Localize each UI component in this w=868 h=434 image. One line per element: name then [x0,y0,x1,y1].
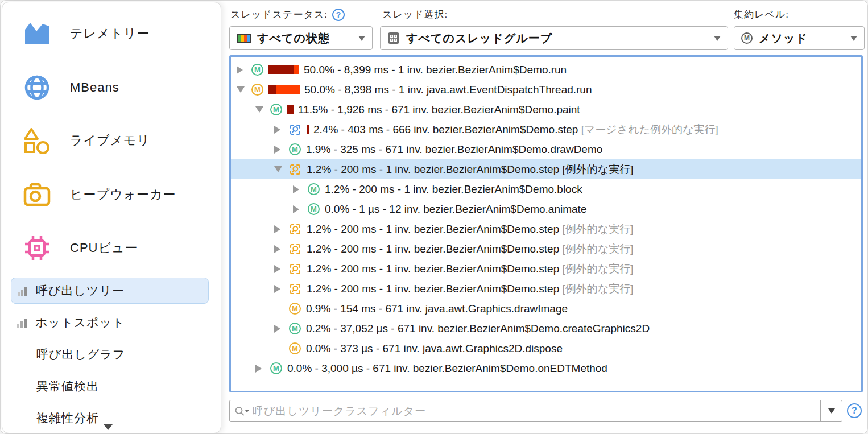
sidebar-item-cpu-views[interactable]: CPUビュー [11,232,209,264]
thread-status-help-icon[interactable]: ? [332,9,345,21]
sidebar-item-label: CPUビュー [70,239,138,257]
thread-group-icon [387,32,400,44]
thread-status-value: すべての状態 [257,31,352,46]
tree-row[interactable]: M11.5% - 1,926 ms - 671 inv. bezier.Bezi… [231,100,861,119]
exceptional-run-icon [289,283,301,295]
run-annotation: [例外的な実行] [563,223,634,235]
aggregation-level-value: メソッド [759,31,844,46]
search-icon [234,406,250,417]
thread-states-icon [237,34,251,43]
expand-arrow[interactable] [274,225,289,233]
expand-arrow[interactable] [274,265,289,273]
time-bar [287,105,294,114]
tree-node-label: 1.2% - 200 ms - 1 inv. bezier.BezierAnim… [307,162,634,177]
call-tree-panel: M50.0% - 8,399 ms - 1 inv. bezier.Bezier… [229,55,863,392]
tree-row[interactable]: 2.4% - 403 ms - 666 inv. bezier.BezierAn… [231,119,861,139]
expand-arrow[interactable] [293,185,308,193]
time-bar [268,65,299,74]
tree-row[interactable]: 1.2% - 200 ms - 1 inv. bezier.BezierAnim… [231,219,861,239]
method-icon: M [270,104,282,115]
call-tree: M50.0% - 8,399 ms - 1 inv. bezier.Bezier… [231,57,861,378]
chevron-down-icon [850,36,857,41]
time-bar [268,85,300,94]
class-filter-box [229,400,842,422]
tree-row[interactable]: 1.2% - 200 ms - 1 inv. bezier.BezierAnim… [231,259,861,279]
sidebar-item-live-memory[interactable]: ライブメモリ [11,125,209,156]
bar-chart-icon [17,285,28,296]
chevron-down-icon [358,36,365,41]
expand-arrow[interactable] [274,245,289,253]
tree-node-label: 0.0% - 373 µs - 671 inv. java.awt.Graphi… [306,342,563,355]
aggregation-level-dropdown[interactable]: M メソッド [734,26,865,50]
tree-node-label: 1.2% - 200 ms - 1 inv. bezier.BezierAnim… [307,282,634,296]
method-icon: M [289,143,301,155]
expand-arrow[interactable] [255,365,270,373]
thread-selection-label-row: スレッド選択: [382,8,448,21]
run-annotation: [例外的な実行] [563,163,634,175]
tree-node-label: 1.2% - 200 ms - 1 inv. bezier.BezierAnim… [307,222,634,237]
tree-row[interactable]: 1.2% - 200 ms - 1 inv. bezier.BezierAnim… [231,239,861,259]
tree-node-label: 11.5% - 1,926 ms - 671 inv. bezier.Bezie… [298,104,580,116]
tree-node-label: 1.2% - 200 ms - 1 inv. bezier.BezierAnim… [325,183,582,196]
method-icon: M [251,84,263,96]
expand-arrow[interactable] [255,106,270,113]
run-annotation: [例外的な実行] [563,243,634,255]
class-filter-input[interactable] [251,404,820,418]
tree-row[interactable]: M1.9% - 325 ms - 671 inv. bezier.BezierA… [231,139,861,159]
sidebar-item-label: 呼び出しグラフ [36,346,125,362]
sidebar-item-label: ホットスポット [35,315,125,330]
tree-node-label: 0.0% - 1 µs - 12 inv. bezier.BezierAnim$… [325,203,586,216]
sidebar-item-call-graph[interactable]: 呼び出しグラフ [11,341,209,367]
thread-status-label: スレッドステータス: [230,8,328,21]
tree-node-label: 2.4% - 403 ms - 666 inv. bezier.BezierAn… [313,122,718,137]
sidebar-item-label: 呼び出しツリー [36,283,125,299]
sidebar-item-mbeans[interactable]: MBeans [11,72,209,104]
tree-node-label: 50.0% - 8,398 ms - 1 inv. java.awt.Event… [304,84,592,96]
expand-arrow[interactable] [274,285,289,293]
run-annotation: [例外的な実行] [563,283,634,295]
filter-history-dropdown-button[interactable] [820,400,842,421]
exceptional-run-icon [289,223,301,235]
tree-row[interactable]: 1.2% - 200 ms - 1 inv. bezier.BezierAnim… [231,159,861,179]
sidebar-item-outlier-detection[interactable]: 異常値検出 [11,373,209,399]
sidebar-item-hot-spots[interactable]: ホットスポット [11,309,209,336]
sidebar-item-label: テレメトリー [70,25,150,42]
expand-arrow[interactable] [237,66,251,74]
aggregation-label-row: 集約レベル: [734,8,789,21]
tree-row[interactable]: M0.9% - 154 ms - 671 inv. java.awt.Graph… [231,299,861,319]
thread-selection-value: すべてのスレッドグループ [406,31,708,46]
filter-help-icon[interactable]: ? [847,403,862,418]
sidebar-item-label: 複雑性分析 [36,410,99,426]
thread-selection-dropdown[interactable]: すべてのスレッドグループ [380,26,728,50]
sidebar-scroll-more-icon[interactable] [104,424,113,430]
chevron-down-icon [828,408,835,414]
filter-help: ? [847,403,862,418]
expand-arrow[interactable] [274,126,289,134]
globe-icon [23,74,51,101]
tree-row[interactable]: M0.0% - 1 µs - 12 inv. bezier.BezierAnim… [231,199,861,219]
expand-arrow[interactable] [293,205,308,213]
expand-arrow[interactable] [237,86,251,93]
exceptional-run-icon [289,163,301,176]
sidebar-item-telemetry[interactable]: テレメトリー [11,18,209,49]
aggregation-level-label: 集約レベル: [734,8,789,21]
exceptional-run-icon [289,123,301,136]
tree-node-label: 50.0% - 8,399 ms - 1 inv. bezier.BezierA… [304,64,567,76]
tree-row[interactable]: M1.2% - 200 ms - 1 inv. bezier.BezierAni… [231,179,861,199]
tree-row[interactable]: M0.2% - 37,052 µs - 671 inv. bezier.Bezi… [231,319,861,338]
tree-node-label: 0.2% - 37,052 µs - 671 inv. bezier.Bezie… [306,323,650,335]
thread-status-dropdown[interactable]: すべての状態 [229,26,373,50]
tree-row[interactable]: M50.0% - 8,399 ms - 1 inv. bezier.Bezier… [231,60,861,80]
tree-row[interactable]: 1.2% - 200 ms - 1 inv. bezier.BezierAnim… [231,279,861,299]
expand-arrow[interactable] [274,166,289,172]
tree-node-label: 1.9% - 325 ms - 671 inv. bezier.BezierAn… [306,143,602,156]
sidebar-item-heap-walker[interactable]: ヒープウォーカー [11,179,209,210]
expand-arrow[interactable] [274,146,289,154]
tree-row[interactable]: M0.0% - 3,000 µs - 671 inv. bezier.Bezie… [231,358,861,378]
tree-row[interactable]: M50.0% - 8,398 ms - 1 inv. java.awt.Even… [231,80,861,100]
tree-row[interactable]: M0.0% - 373 µs - 671 inv. java.awt.Graph… [231,338,861,358]
bar-chart-icon [16,317,28,328]
sidebar-item-call-tree[interactable]: 呼び出しツリー [11,278,209,304]
method-icon: M [289,342,301,354]
expand-arrow[interactable] [274,325,289,333]
